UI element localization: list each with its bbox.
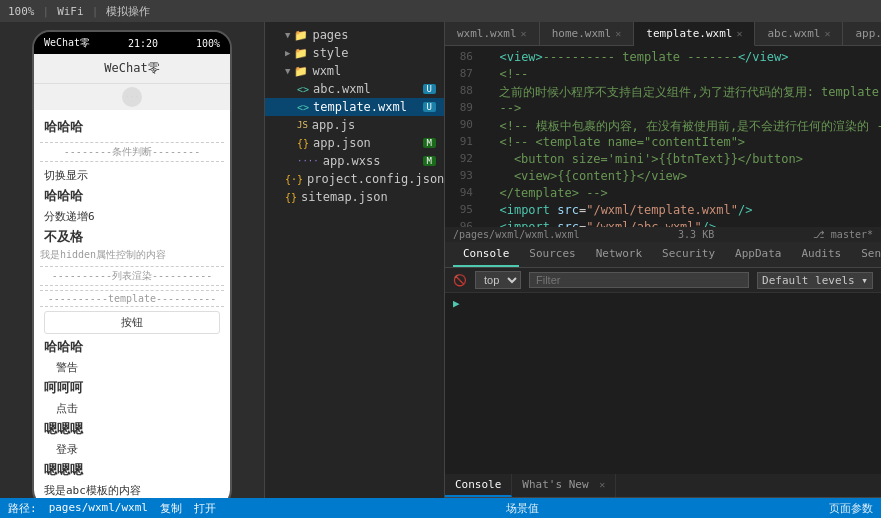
console-controls: 🚫 top Default levels ▾ — [445, 268, 881, 293]
console-block-icon: 🚫 — [453, 274, 467, 287]
devtools-tab-sources[interactable]: Sources — [519, 242, 585, 267]
status-scene: 场景值 — [506, 501, 539, 516]
code-line-86: 86 <view>---------- template -------</vi… — [445, 50, 881, 67]
bottom-tab-whats-new[interactable]: What's New ✕ — [512, 474, 616, 497]
phone-section-condition: --------条件判断-------- — [40, 142, 224, 162]
tab-home-wxml[interactable]: home.wxml ✕ — [540, 22, 635, 45]
tab-wxml-wxml[interactable]: wxml.wxml ✕ — [445, 22, 540, 45]
devtools-tab-appdata[interactable]: AppData — [725, 242, 791, 267]
phone-line-switch: 切换显示 — [40, 166, 224, 185]
tree-item-sitemap-json[interactable]: {} sitemap.json — [265, 188, 444, 206]
devtools-tab-audits[interactable]: Audits — [791, 242, 851, 267]
phone-time: 21:20 — [128, 38, 158, 49]
tree-label-template-wxml: template.wxml — [313, 100, 419, 114]
file-abc-icon: <> — [297, 84, 309, 95]
arrow-wxml: ▼ — [285, 66, 290, 76]
code-line-87: 87 <!-- — [445, 67, 881, 84]
tree-label-abc-wxml: abc.wxml — [313, 82, 419, 96]
tree-item-template-wxml[interactable]: <> template.wxml U — [265, 98, 444, 116]
file-appwxss-icon: ···· — [297, 156, 319, 166]
file-path-bar: /pages/wxml/wxml.wxml 3.3 KB ⎇ master* — [445, 227, 881, 242]
close-tab-template-wxml[interactable]: ✕ — [736, 28, 742, 39]
tree-item-pages[interactable]: ▼ 📁 pages — [265, 26, 444, 44]
status-page-params: 页面参数 — [829, 501, 873, 516]
devtools-tab-console[interactable]: Console — [453, 242, 519, 267]
tree-label-app-js: app.js — [312, 118, 436, 132]
tree-item-app-json[interactable]: {} app.json M — [265, 134, 444, 152]
console-context-select[interactable]: top — [475, 271, 521, 289]
folder-wxml-icon: 📁 — [294, 65, 308, 78]
tree-item-project-config[interactable]: {·} project.config.json — [265, 170, 444, 188]
phone-section-list: ----------列表渲染---------- — [40, 266, 224, 286]
phone-btn-item: 按钮 — [44, 311, 220, 334]
phone-title-left: WeChat零 — [44, 36, 90, 50]
devtools-tab-security[interactable]: Security — [652, 242, 725, 267]
phone-line-hahaha3: 哈哈哈 — [40, 336, 224, 358]
close-tab-abc-wxml[interactable]: ✕ — [824, 28, 830, 39]
simulate-action[interactable]: 模拟操作 — [106, 4, 150, 19]
phone-btn-dots: ··· — [122, 87, 142, 107]
close-whats-new[interactable]: ✕ — [599, 479, 605, 490]
code-line-88: 88 之前的时候小程序不支持自定义组件,为了进行代码的复用: template — [445, 84, 881, 101]
console-levels-select[interactable]: Default levels ▾ — [757, 272, 873, 289]
file-appjs-icon: JS — [297, 120, 308, 130]
file-appjson-icon: {} — [297, 138, 309, 149]
file-tree-panel: ▼ 📁 pages ▶ 📁 style ▼ 📁 wxml <> abc.wxml… — [265, 22, 445, 498]
code-line-93: 93 <view>{{content}}</view> — [445, 169, 881, 186]
phone-sub-login: 登录 — [40, 440, 224, 459]
phone-content: 哈哈哈 --------条件判断-------- 切换显示 哈哈哈 分数递增6 … — [34, 110, 230, 498]
file-path: /pages/wxml/wxml.wxml — [453, 229, 579, 240]
tree-label-project-config: project.config.json — [307, 172, 444, 186]
file-size: 3.3 KB — [678, 229, 714, 240]
bottom-tab-console[interactable]: Console — [445, 474, 512, 497]
tree-label-pages: pages — [312, 28, 436, 42]
devtools-tab-sensor[interactable]: Sensor — [851, 242, 881, 267]
zoom-level: 100% — [8, 5, 35, 18]
tree-item-app-js[interactable]: JS app.js — [265, 116, 444, 134]
status-path-label: 路径: — [8, 501, 37, 516]
phone-action-buttons: ··· — [34, 84, 230, 110]
tab-template-wxml[interactable]: template.wxml ✕ — [634, 22, 755, 46]
tab-app-wxss[interactable]: app.wxss ✕ — [843, 22, 881, 45]
status-open-btn[interactable]: 打开 — [194, 501, 216, 516]
close-tab-home-wxml[interactable]: ✕ — [615, 28, 621, 39]
close-tab-wxml-wxml[interactable]: ✕ — [521, 28, 527, 39]
top-bar: 100% | WiFi | 模拟操作 — [0, 0, 881, 22]
phone-panel: WeChat零 21:20 100% WeChat零 ··· 哈哈哈 -----… — [0, 22, 265, 498]
tab-abc-wxml[interactable]: abc.wxml ✕ — [755, 22, 843, 45]
tree-label-sitemap-json: sitemap.json — [301, 190, 436, 204]
folder-style-icon: 📁 — [294, 47, 308, 60]
devtools-tabs: Console Sources Network Security AppData… — [445, 242, 881, 268]
console-filter-input[interactable] — [529, 272, 749, 288]
status-left: 路径: pages/wxml/wxml 复制 打开 — [8, 501, 216, 516]
phone-line-fail: 不及格 — [40, 226, 224, 248]
console-input-area[interactable] — [464, 297, 873, 310]
tree-item-style[interactable]: ▶ 📁 style — [265, 44, 444, 62]
tree-label-style: style — [312, 46, 436, 60]
code-editor[interactable]: 86 <view>---------- template -------</vi… — [445, 46, 881, 227]
branch-indicator: ⎇ master* — [813, 229, 873, 240]
badge-appwxss: M — [423, 156, 436, 166]
editor-panel: wxml.wxml ✕ home.wxml ✕ template.wxml ✕ … — [445, 22, 881, 498]
phone-line-hahaha1: 哈哈哈 — [40, 116, 224, 138]
phone-line-score: 分数递增6 — [40, 207, 224, 226]
tree-item-abc-wxml[interactable]: <> abc.wxml U — [265, 80, 444, 98]
tree-item-app-wxss[interactable]: ···· app.wxss M — [265, 152, 444, 170]
editor-tabs: wxml.wxml ✕ home.wxml ✕ template.wxml ✕ … — [445, 22, 881, 46]
phone-sub-click: 点击 — [40, 399, 224, 418]
tree-item-wxml[interactable]: ▼ 📁 wxml — [265, 62, 444, 80]
code-line-95: 95 <import src="/wxml/template.wxml"/> — [445, 203, 881, 220]
tree-label-app-wxss: app.wxss — [323, 154, 419, 168]
status-copy-btn[interactable]: 复制 — [160, 501, 182, 516]
phone-battery: 100% — [196, 38, 220, 49]
devtools-tab-network[interactable]: Network — [586, 242, 652, 267]
phone-line-heihei: 呵呵呵 — [40, 377, 224, 399]
code-line-90: 90 <!-- 模板中包裹的内容, 在没有被使用前,是不会进行任何的渲染的 --… — [445, 118, 881, 135]
file-projectconfig-icon: {·} — [285, 174, 303, 185]
bottom-tabs: Console What's New ✕ — [445, 474, 881, 498]
tree-label-app-json: app.json — [313, 136, 419, 150]
status-path-value: pages/wxml/wxml — [49, 501, 148, 516]
console-content: ▶ — [445, 293, 881, 474]
console-prompt[interactable]: ▶ — [453, 297, 873, 310]
tree-label-wxml: wxml — [312, 64, 436, 78]
